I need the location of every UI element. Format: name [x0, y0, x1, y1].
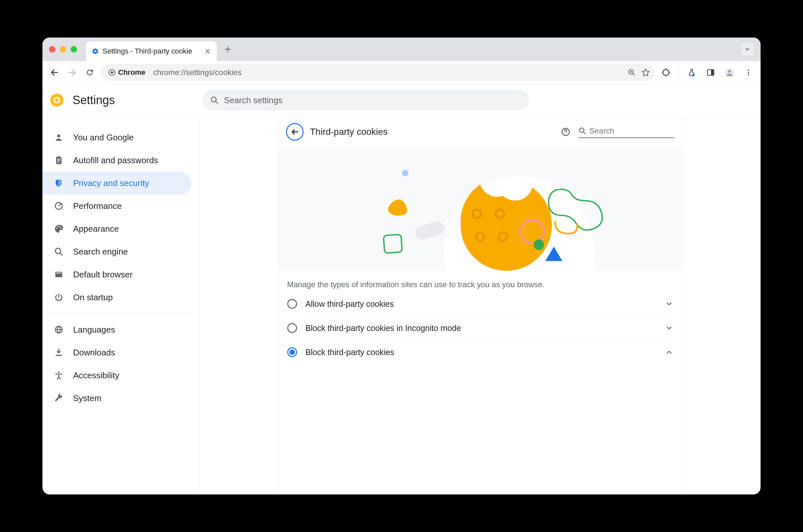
option-block-third-party[interactable]: Block third-party cookies: [278, 340, 682, 364]
sidebar-item-performance[interactable]: Performance: [42, 194, 191, 217]
chevron-up-icon[interactable]: [665, 348, 673, 356]
settings-main: Third-party cookies: [199, 117, 761, 494]
url-text: chrome://settings/cookies: [153, 68, 242, 77]
svg-point-9: [748, 72, 749, 73]
sidebar-item-on-startup[interactable]: On startup: [42, 286, 191, 309]
svg-point-14: [56, 248, 61, 253]
search-icon: [54, 246, 64, 257]
nav-reload-button[interactable]: [83, 66, 96, 79]
sidebar-item-label: On startup: [73, 292, 113, 303]
panel-back-button[interactable]: [286, 123, 304, 141]
sidebar-item-label: You and Google: [73, 133, 134, 142]
person-icon: [54, 132, 64, 142]
sidebar-item-label: Search engine: [73, 247, 128, 257]
svg-point-12: [57, 134, 60, 137]
radio-button[interactable]: [287, 299, 297, 309]
tab-strip: Settings - Third-party cookie: [42, 38, 761, 61]
sidebar-item-label: Privacy and security: [73, 178, 149, 188]
wrench-icon: [54, 393, 64, 403]
extensions-icon[interactable]: [660, 66, 672, 79]
side-panel-icon[interactable]: [704, 66, 717, 79]
sidebar-item-autofill[interactable]: Autofill and passwords: [42, 149, 191, 172]
panel-description: Manage the types of information sites ca…: [278, 271, 682, 292]
site-identity-label: Chrome: [118, 68, 145, 77]
sidebar-item-downloads[interactable]: Downloads: [42, 341, 191, 364]
sidebar-item-appearance[interactable]: Appearance: [42, 217, 191, 240]
nav-back-button[interactable]: [48, 66, 61, 79]
sidebar-item-accessibility[interactable]: Accessibility: [42, 364, 191, 387]
settings-title: Settings: [73, 93, 115, 107]
panel-header: Third-party cookies: [278, 117, 682, 147]
svg-point-11: [211, 97, 216, 102]
option-label: Block third-party cookies: [306, 347, 657, 357]
panel-search-input[interactable]: [578, 126, 674, 138]
svg-point-3: [692, 74, 694, 76]
clipboard-icon: [54, 155, 64, 166]
svg-point-33: [533, 240, 544, 250]
svg-point-23: [579, 128, 584, 133]
gauge-icon: [54, 201, 64, 211]
palette-icon: [54, 224, 64, 234]
tab-title: Settings - Third-party cookie: [102, 47, 200, 56]
sidebar-item-label: Performance: [73, 201, 122, 211]
labs-flask-icon[interactable]: [686, 66, 698, 79]
tab-search-button[interactable]: [741, 43, 754, 56]
svg-point-8: [748, 70, 749, 71]
svg-rect-5: [711, 70, 714, 75]
tab-close-button[interactable]: [204, 47, 212, 55]
panel-search-field[interactable]: [590, 126, 674, 135]
browser-menu-button[interactable]: [742, 66, 755, 79]
site-identity-chip[interactable]: Chrome: [104, 67, 149, 78]
globe-icon: [54, 324, 64, 335]
svg-rect-17: [56, 272, 61, 273]
sidebar-item-privacy-security[interactable]: Privacy and security: [42, 172, 191, 194]
maximize-window-button[interactable]: [71, 46, 77, 53]
radio-button[interactable]: [287, 323, 297, 333]
svg-point-1: [111, 71, 113, 73]
svg-point-10: [748, 74, 749, 75]
radio-button[interactable]: [287, 347, 297, 357]
sidebar-item-languages[interactable]: Languages: [42, 318, 191, 341]
svg-point-20: [58, 372, 59, 373]
toolbar-separator: [678, 68, 679, 77]
option-label: Block third-party cookies in Incognito m…: [306, 323, 657, 333]
sidebar-item-label: Accessibility: [73, 370, 119, 381]
cookies-panel: Third-party cookies: [278, 117, 683, 494]
panel-title: Third-party cookies: [310, 127, 388, 137]
option-block-incognito[interactable]: Block third-party cookies in Incognito m…: [278, 316, 682, 340]
sidebar-item-system[interactable]: System: [42, 387, 191, 410]
address-bar[interactable]: Chrome chrome://settings/cookies: [101, 64, 654, 81]
sidebar-item-search-engine[interactable]: Search engine: [42, 240, 191, 263]
chevron-down-icon[interactable]: [665, 300, 673, 308]
new-tab-button[interactable]: [221, 43, 234, 56]
browser-tab[interactable]: Settings - Third-party cookie: [86, 41, 217, 61]
settings-search-input[interactable]: Search settings: [203, 90, 529, 111]
sidebar-item-label: Autofill and passwords: [73, 155, 158, 166]
minimize-window-button[interactable]: [60, 46, 66, 53]
close-window-button[interactable]: [49, 46, 56, 53]
sidebar-item-label: Appearance: [73, 224, 119, 234]
browser-toolbar: Chrome chrome://settings/cookies: [42, 61, 761, 84]
zoom-icon[interactable]: [628, 69, 635, 76]
window-controls[interactable]: [49, 46, 77, 53]
help-icon[interactable]: [561, 127, 571, 137]
sidebar-item-label: Downloads: [73, 347, 115, 358]
nav-forward-button[interactable]: [66, 66, 78, 79]
svg-point-7: [728, 70, 731, 73]
cookie-illustration: [278, 147, 682, 271]
chevron-down-icon[interactable]: [665, 324, 673, 332]
profile-avatar-icon[interactable]: [723, 66, 736, 79]
bookmark-star-icon[interactable]: [642, 68, 650, 77]
search-icon: [578, 127, 586, 135]
svg-point-29: [402, 170, 408, 176]
download-icon: [54, 347, 64, 358]
sidebar-item-default-browser[interactable]: Default browser: [42, 263, 191, 286]
sidebar-item-you-and-google[interactable]: You and Google: [42, 126, 191, 149]
sidebar-item-label: System: [73, 393, 101, 403]
window-icon: [54, 269, 64, 280]
sidebar-item-label: Languages: [73, 325, 115, 335]
settings-sidebar: You and Google Autofill and passwords Pr…: [42, 117, 199, 494]
shield-icon: [54, 178, 64, 188]
svg-rect-19: [56, 355, 62, 356]
option-allow-third-party[interactable]: Allow third-party cookies: [278, 292, 682, 316]
